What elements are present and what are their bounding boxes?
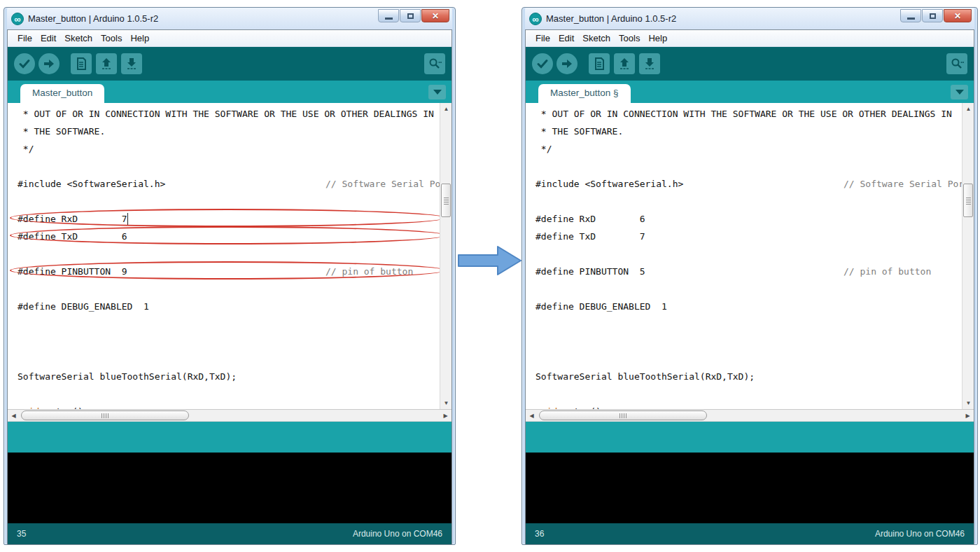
code-text: #define PINBUTTON [536,266,640,277]
vertical-scrollbar[interactable]: ▲ ▼ [962,103,974,410]
save-button[interactable] [639,53,660,74]
code-editor[interactable]: * OUT OF OR IN CONNECTION WITH THE SOFTW… [8,103,451,410]
scroll-left-icon[interactable]: ◀ [526,410,538,422]
scroll-right-icon[interactable]: ▶ [962,410,974,422]
code-line[interactable]: #define RxD 6 [536,210,962,228]
code-line[interactable]: #define PINBUTTON 5// pin of button [536,263,962,280]
tab-bar: Master_button § [526,81,974,103]
scroll-up-icon[interactable]: ▲ [962,103,974,115]
code-line[interactable] [536,350,962,368]
menu-help[interactable]: Help [644,32,671,45]
code-line[interactable] [18,280,440,298]
code-line[interactable]: #define DEBUG_ENABLED 1 [18,298,440,315]
code-line[interactable]: SoftwareSerial blueToothSerial(RxD,TxD); [536,368,962,385]
scroll-down-icon[interactable]: ▼ [440,397,451,409]
code-line[interactable]: * THE SOFTWARE. [18,123,440,140]
code-line[interactable] [536,315,962,333]
code-line[interactable] [536,280,962,298]
code-line[interactable]: * THE SOFTWARE. [536,123,962,140]
new-sketch-button[interactable] [589,53,610,74]
code-line[interactable]: #define PINBUTTON 9// pin of button [18,263,440,280]
upload-button[interactable] [38,53,59,74]
horizontal-scroll-thumb[interactable] [21,410,189,420]
serial-monitor-button[interactable] [946,53,967,74]
code-line[interactable] [536,193,962,210]
arrow-down-icon [125,57,139,71]
code-line[interactable]: SoftwareSerial blueToothSerial(RxD,TxD); [18,368,440,385]
menu-tools[interactable]: Tools [615,32,644,45]
open-button[interactable] [614,53,635,74]
toolbar [8,47,451,81]
vertical-scroll-thumb[interactable] [441,184,451,217]
console-output [526,453,974,523]
menu-edit[interactable]: Edit [36,32,60,45]
code-line[interactable] [18,315,440,333]
annotated-value: 9 [122,263,127,280]
menu-file[interactable]: File [531,32,554,45]
titlebar[interactable]: ∞ Master_button | Arduino 1.0.5-r2 ✕ [525,8,974,29]
code-editor[interactable]: * OUT OF OR IN CONNECTION WITH THE SOFTW… [526,103,974,410]
code-line[interactable] [536,245,962,263]
code-line[interactable]: void setup() [18,403,440,410]
annotated-value: 6 [122,228,127,245]
check-icon [536,57,550,71]
minimize-button[interactable] [900,9,921,22]
code-line[interactable]: */ [536,140,962,158]
menu-edit[interactable]: Edit [554,32,578,45]
scroll-right-icon[interactable]: ▶ [440,410,451,422]
maximize-button[interactable] [922,9,943,22]
menu-help[interactable]: Help [126,32,153,45]
verify-button[interactable] [14,53,35,74]
menu-sketch[interactable]: Sketch [578,32,615,45]
scroll-up-icon[interactable]: ▲ [440,103,451,115]
close-button[interactable]: ✕ [944,9,972,22]
code-line[interactable]: #define TxD 7 [536,228,962,245]
code-comment: // Software Serial Port [326,175,451,193]
code-line[interactable] [18,158,440,175]
code-line[interactable] [18,385,440,403]
titlebar[interactable]: ∞ Master_button | Arduino 1.0.5-r2 ✕ [7,8,452,29]
open-button[interactable] [96,53,117,74]
menu-sketch[interactable]: Sketch [60,32,97,45]
menu-file[interactable]: File [13,32,36,45]
horizontal-scroll-thumb[interactable] [539,410,707,420]
tab-list-dropdown[interactable] [951,85,968,99]
code-line[interactable] [18,333,440,350]
code-line[interactable]: */ [18,140,440,158]
code-line[interactable] [536,385,962,403]
code-line[interactable]: #define DEBUG_ENABLED 1 [536,298,962,315]
vertical-scrollbar[interactable]: ▲ ▼ [440,103,451,410]
code-line[interactable] [536,158,962,175]
annotated-value: 7 [122,210,127,228]
code-text: 7 [640,231,645,242]
code-line[interactable]: #include <SoftwareSerial.h>// Software S… [536,175,962,193]
new-sketch-button[interactable] [71,53,92,74]
maximize-button[interactable] [400,9,421,22]
code-line[interactable]: * OUT OF OR IN CONNECTION WITH THE SOFTW… [536,105,962,123]
vertical-scroll-thumb[interactable] [963,184,973,217]
tab-master-button[interactable]: Master_button [20,84,104,103]
close-button[interactable]: ✕ [421,9,449,22]
scroll-left-icon[interactable]: ◀ [8,410,20,422]
code-line[interactable]: * OUT OF OR IN CONNECTION WITH THE SOFTW… [18,105,440,123]
scroll-down-icon[interactable]: ▼ [962,397,974,409]
code-line[interactable] [18,350,440,368]
code-line[interactable]: #define RxD 7 [18,210,440,228]
verify-button[interactable] [532,53,553,74]
code-line[interactable] [18,193,440,210]
code-line[interactable] [536,333,962,350]
minimize-button[interactable] [378,9,399,22]
serial-monitor-button[interactable] [424,53,445,74]
upload-button[interactable] [556,53,578,74]
maximize-icon [930,13,936,19]
horizontal-scrollbar[interactable]: ◀ ▶ [526,410,974,422]
save-button[interactable] [121,53,142,74]
horizontal-scrollbar[interactable]: ◀ ▶ [8,410,451,422]
code-line[interactable]: #define TxD 6 [18,228,440,245]
menu-tools[interactable]: Tools [97,32,126,45]
tab-master-button[interactable]: Master_button § [538,84,631,103]
code-line[interactable] [18,245,440,263]
tab-list-dropdown[interactable] [428,85,446,99]
code-line[interactable]: void setup() [536,403,962,410]
code-line[interactable]: #include <SoftwareSerial.h>// Software S… [18,175,440,193]
